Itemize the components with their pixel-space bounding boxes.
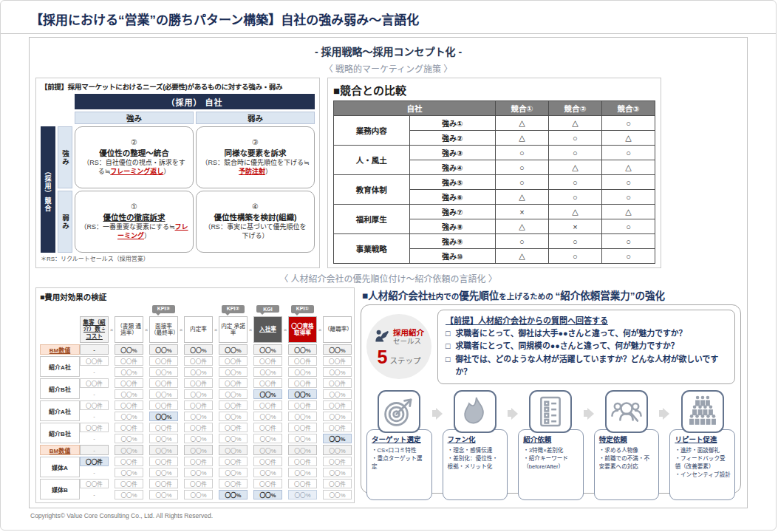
crowd-icon (681, 390, 724, 433)
rate-cell: - (80, 468, 109, 477)
comparison-row: 福利厚生強み⑦×△△ (334, 205, 655, 219)
bm-value-cell: 〇〇% (253, 445, 282, 455)
premise-bullet: □求職者にとって、御社は大手●●さんと違って、何が魅力ですか？ (446, 327, 727, 340)
cost-separator (248, 445, 253, 455)
cost-separator (213, 378, 219, 399)
checklist-icon (529, 390, 572, 433)
arrow-tip (436, 408, 443, 420)
main-frame: - 採用戦略〜採用コンセプト化 - 〈 戦略的マーケティング施策 〉 【前提】採… (29, 37, 748, 508)
cost-separator (178, 457, 184, 477)
cost-cell-slot: - (80, 344, 109, 355)
step-bullet: ・前職での不満・不安要素への対応 (599, 454, 655, 471)
rate-cell: - (80, 490, 109, 499)
comparison-title: ■競合との比較 (333, 82, 655, 98)
cost-grid: KPI③KPI②KGIKPI①集客（紹介）数 ÷コスト×（書類 通過率）×面接率… (40, 303, 350, 499)
cost-separator (143, 356, 149, 377)
count-cell: 〇〇件 (80, 378, 109, 388)
agency-row-label: 紹介B社 (40, 423, 80, 443)
comparison-category: 人・風土 (334, 146, 410, 175)
multiply-sign: × (282, 316, 288, 343)
cost-separator (109, 445, 115, 455)
count-cell: 〇〇件 (219, 457, 248, 466)
cost-separator (213, 400, 219, 421)
premise-box: 【前提】人材紹介会社からの質問へ回答する □求職者にとって、御社は大手●●さんと… (437, 310, 735, 384)
bm-value-cell: 〇〇% (219, 445, 248, 455)
cost-cell-slot: 〇〇% (115, 445, 143, 455)
comparison-strength-label: 強み⑧ (409, 219, 495, 234)
rate-cell: 〇〇% (219, 434, 248, 443)
cost-badge-slot (323, 303, 352, 315)
comparison-mark: △ (495, 190, 548, 205)
bm-value-cell: 〇〇% (115, 445, 143, 455)
cost-separator (109, 457, 115, 477)
cost-row: 媒体B〇〇件-〇〇件〇〇%〇〇件〇〇%〇〇件〇〇%〇〇件〇〇%〇〇件〇〇%〇〇件… (40, 479, 350, 499)
cost-cell-slot: 〇〇件〇〇% (288, 378, 317, 399)
comparison-mark: ○ (601, 190, 655, 205)
cost-separator (248, 378, 253, 399)
referral-box: 採用紹介 セールス 5 ステップ 【前提】人材紹介会社からの質問へ回答する (361, 304, 741, 494)
rate-cell: 〇〇% (253, 367, 282, 377)
comparison-header-competitor3: 競合③ (601, 101, 655, 116)
comparison-mark: ○ (601, 219, 655, 234)
cost-cell-slot: 〇〇件- (80, 423, 109, 443)
cost-cell-slot: 〇〇% (323, 344, 352, 355)
comparison-strength-label: 強み④ (409, 160, 495, 175)
bm-value-cell: 〇〇% (149, 344, 178, 355)
cost-separator (317, 400, 323, 421)
count-cell: 〇〇件 (323, 400, 352, 410)
cost-separator (143, 344, 149, 355)
cost-cell-slot: 〇〇件〇〇% (219, 400, 248, 421)
quadrant-rs-note: （RS：競合時に優先順位を下げる≒予防注射） (201, 159, 310, 176)
cost-cell-slot: 〇〇件〇〇% (184, 423, 213, 443)
step-arrow-icon (659, 408, 669, 420)
cost-separator (178, 356, 184, 377)
count-cell: 〇〇件 (219, 378, 248, 388)
cost-cell-slot: 〇〇% (115, 344, 143, 355)
cost-separator (317, 303, 323, 315)
rate-cell: 〇〇% (115, 434, 143, 443)
cost-cell-slot: 〇〇% (288, 445, 317, 455)
cost-column-header: 内定率 (184, 316, 213, 343)
comparison-mark: ○ (601, 234, 655, 249)
agency-row-label: 媒体B (40, 479, 80, 499)
cost-separator (213, 344, 219, 355)
cost-separator (248, 303, 253, 315)
comparison-mark: △ (548, 205, 601, 219)
matrix-quadrant-2: ② 優位性の整理〜統合 （RS：自社優位の視点・訴求をする≒フレーミング返し） (75, 126, 194, 188)
cost-column-header: 入社率 (253, 316, 282, 343)
step-bullet: ・3特徴×差別化 (523, 446, 579, 454)
count-cell: 〇〇件 (115, 479, 143, 488)
cost-separator (109, 378, 115, 399)
cost-separator (317, 378, 323, 399)
rate-cell: 〇〇% (184, 468, 213, 477)
matrix-quadrant-4: ④ 優位性構築を検討(組織) （RS：事実に基づいて優先順位を下げる） (196, 191, 315, 253)
checkbox-icon: □ (446, 327, 451, 340)
bm-value-cell: 〇〇% (219, 344, 248, 355)
step-arrow-icon (432, 408, 443, 420)
rate-cell: 〇〇% (149, 468, 178, 477)
cost-separator (282, 400, 288, 421)
rate-cell: 〇〇% (115, 490, 143, 499)
rate-cell: 〇〇% (184, 367, 213, 377)
cost-cell-slot: 〇〇件〇〇% (149, 457, 178, 477)
cost-cell-slot: 〇〇件〇〇% (115, 400, 143, 421)
count-cell: 〇〇件 (149, 423, 178, 432)
cost-separator (109, 303, 115, 315)
cost-separator (282, 445, 288, 455)
count-cell: 〇〇件 (115, 400, 143, 410)
cost-cell-slot: 〇〇件〇〇% (253, 423, 282, 443)
comparison-mark: ○ (548, 146, 601, 160)
count-cell: 〇〇件 (149, 356, 178, 366)
comparison-mark: ○ (548, 175, 601, 190)
comparison-category: 事業戦略 (334, 234, 410, 264)
rate-cell: 〇〇% (149, 367, 178, 377)
rate-cell: 〇〇% (288, 468, 317, 477)
premise-bullets: □求職者にとって、御社は大手●●さんと違って、何が魅力ですか？□求職者にとって、… (446, 327, 727, 379)
matrix-col-label-strength: 強み (75, 112, 194, 124)
cost-cell-slot: 〇〇% (253, 445, 282, 455)
megaphone-person-icon (374, 327, 392, 347)
count-cell: 〇〇件 (149, 479, 178, 488)
comparison-header-competitor1: 競合① (495, 101, 548, 116)
count-cell: 〇〇件 (288, 356, 317, 366)
rate-cell: 〇〇% (288, 434, 317, 443)
